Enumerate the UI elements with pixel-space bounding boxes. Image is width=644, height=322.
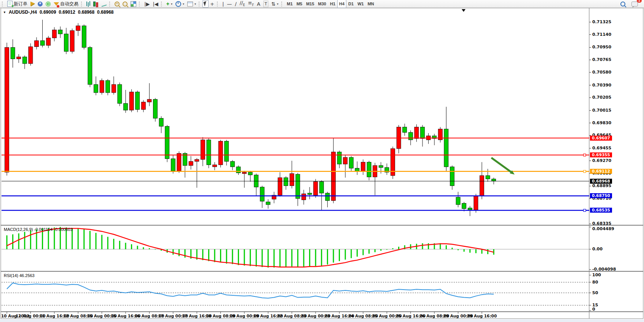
auto-scroll-button[interactable]: |▶ xyxy=(143,0,151,8)
dropdown-caret-icon[interactable]: ▾ xyxy=(277,2,279,6)
zoom-in-button[interactable]: + xyxy=(113,0,121,8)
arrows-button[interactable]: ⇅▾ xyxy=(270,0,280,8)
hline-handle[interactable] xyxy=(583,170,586,173)
macd-histogram-bar xyxy=(398,247,399,250)
tf-m15[interactable]: M15 xyxy=(304,0,316,8)
dropdown-caret-icon[interactable]: ▾ xyxy=(194,2,196,6)
trendline-button[interactable]: ∕ xyxy=(233,0,238,8)
trend-arrow-annotation[interactable] xyxy=(491,158,511,172)
autotrading-button-label: 自动交易 xyxy=(60,1,78,7)
quote-open: 0.69009 xyxy=(40,10,56,15)
auto-scroll-icon: |▶ xyxy=(144,1,150,7)
vertical-line-button[interactable]: | xyxy=(221,0,225,8)
rsi-title: RSI(14) xyxy=(4,273,18,278)
macd-histogram-bar xyxy=(333,249,334,263)
symbol-timeframe: AUDUSD-,H4 xyxy=(9,10,37,15)
quote-high: 0.69012 xyxy=(59,10,75,15)
templates-button[interactable]: ▾ xyxy=(186,0,198,8)
chart-canvas[interactable] xyxy=(0,0,644,322)
candle-body xyxy=(218,141,223,165)
candle-body xyxy=(70,30,74,51)
tile-windows-button[interactable] xyxy=(129,0,138,8)
ohlc-toggle-icon[interactable]: ▼ xyxy=(3,11,6,14)
candle-body xyxy=(450,167,454,186)
hline-handle[interactable] xyxy=(583,154,586,156)
quote-low: 0.68968 xyxy=(78,10,94,15)
macd-histogram-bar xyxy=(469,249,470,253)
candle-body xyxy=(153,99,158,119)
search-icon xyxy=(620,2,625,6)
macd-histogram-bar xyxy=(179,249,180,256)
macd-title: MACD(12,26,9) xyxy=(4,227,33,232)
crosshair-button[interactable]: + xyxy=(209,0,216,8)
candle-body xyxy=(88,47,92,84)
new-order-icon xyxy=(7,1,13,7)
tf-mn[interactable]: MN xyxy=(366,0,376,8)
bar-chart-button[interactable] xyxy=(85,0,92,8)
candle-chart-button[interactable] xyxy=(92,0,100,8)
quote-close: 0.68968 xyxy=(97,10,113,15)
line-chart-button[interactable] xyxy=(100,0,108,8)
text-button[interactable]: A xyxy=(255,0,262,8)
dropdown-caret-icon[interactable]: ▾ xyxy=(171,2,172,6)
line-chart-icon xyxy=(102,1,107,6)
horizontal-line-button[interactable]: — xyxy=(225,0,233,8)
tf-h1[interactable]: H1 xyxy=(328,0,337,8)
dropdown-caret-icon[interactable]: ▾ xyxy=(183,2,184,6)
candle-body xyxy=(76,26,80,30)
notifications-icon xyxy=(631,2,638,6)
macd-histogram-bar xyxy=(113,239,114,249)
metaeditor-button[interactable] xyxy=(29,0,36,8)
macd-histogram-bar xyxy=(131,244,132,249)
zoom-out-button[interactable]: - xyxy=(121,0,129,8)
price-axis-label: 0.68335 xyxy=(592,221,611,226)
signals-icon xyxy=(46,2,51,6)
tf-m5[interactable]: M5 xyxy=(295,0,304,8)
macd-histogram-bar xyxy=(250,249,251,266)
candle-body xyxy=(414,127,419,138)
channel-button[interactable]: ∕∕E xyxy=(238,0,247,8)
tf-m30[interactable]: M30 xyxy=(316,0,328,8)
macd-histogram-bar xyxy=(375,249,376,252)
periods-button[interactable]: ▾ xyxy=(174,0,186,8)
candle-body xyxy=(171,159,175,171)
candle-body xyxy=(29,47,33,64)
macd-histogram-bar xyxy=(297,249,298,267)
community-button[interactable] xyxy=(36,0,44,8)
price-axis[interactable] xyxy=(590,8,643,319)
tf-w1[interactable]: W1 xyxy=(355,0,366,8)
toolbar-grip xyxy=(81,2,83,6)
macd-histogram-bar xyxy=(125,243,126,249)
signals-button[interactable] xyxy=(44,0,52,8)
cursor-button[interactable] xyxy=(202,0,209,8)
tf-m1[interactable]: M1 xyxy=(285,0,295,8)
channel-icon: ∕∕E xyxy=(240,0,245,8)
fibonacci-button[interactable]: ≡F xyxy=(247,0,256,8)
candle-body xyxy=(135,92,140,109)
bar-chart-icon xyxy=(86,2,87,6)
text-label-button[interactable]: T xyxy=(262,0,270,8)
macd-histogram-bar xyxy=(220,249,221,263)
candle-body xyxy=(403,127,407,132)
toolbar: 新订单自动交易+-|▶|◀+▾▾▾+|—∕∕∕E≡FAT⇅▾M1M5M15M30… xyxy=(0,0,644,8)
hline-handle[interactable] xyxy=(583,209,586,211)
rsi-axis-label: 80 xyxy=(592,280,598,285)
candle-body xyxy=(319,182,324,193)
chart-shift-marker-icon[interactable] xyxy=(462,9,465,12)
indicators-button[interactable]: +▾ xyxy=(165,0,174,8)
tf-h4[interactable]: H4 xyxy=(337,0,346,8)
search-button[interactable] xyxy=(619,0,627,8)
macd-histogram-bar xyxy=(261,249,263,267)
notifications-button[interactable]: 1 xyxy=(630,0,639,8)
tf-d1[interactable]: D1 xyxy=(346,0,355,8)
quote-bar: ▼ AUDUSD-,H4 0.69009 0.69012 0.68968 0.6… xyxy=(3,10,114,15)
macd-histogram-bar xyxy=(422,243,423,249)
candle-body xyxy=(17,57,21,59)
price-axis-label: 0.68895 xyxy=(592,183,611,188)
candle-body xyxy=(58,30,62,34)
autotrading-button[interactable]: 自动交易 xyxy=(52,0,80,8)
macd-histogram-bar xyxy=(380,249,381,251)
chart-shift-button[interactable]: |◀ xyxy=(151,0,159,8)
candle-body xyxy=(82,26,86,48)
new-order-button[interactable]: 新订单 xyxy=(6,0,29,8)
